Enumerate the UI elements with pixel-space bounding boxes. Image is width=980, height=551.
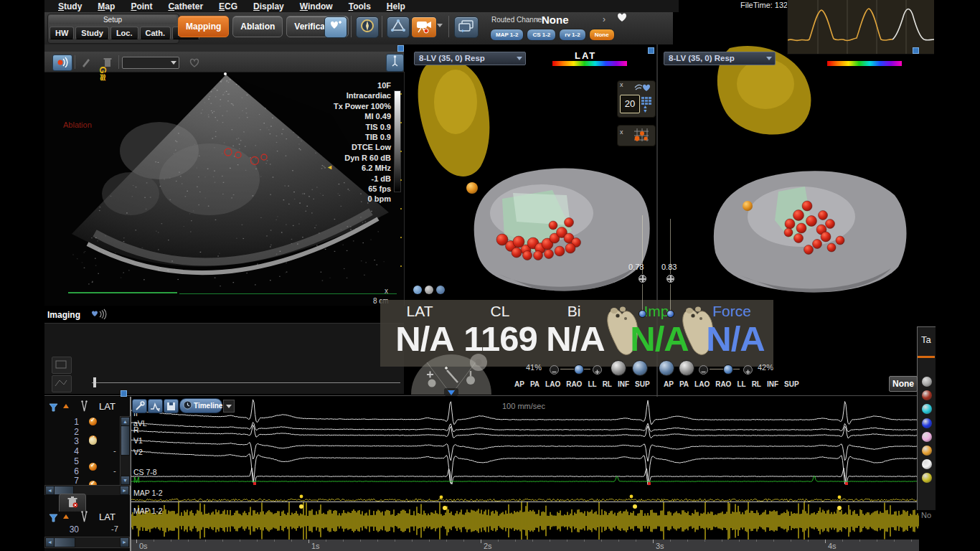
orientation-button-lao[interactable]: LAO <box>545 380 560 388</box>
measure-anchor-icon[interactable] <box>666 275 674 283</box>
tag-color-dot[interactable] <box>922 418 932 428</box>
map-transparency-button[interactable] <box>632 360 648 376</box>
heart-overlay-toggle[interactable] <box>188 57 201 71</box>
spinner-arrows[interactable]: ▲▼ <box>643 105 648 113</box>
sort-caret-icon[interactable] <box>63 404 69 408</box>
channel-button-cs1-2[interactable]: CS 1-2 <box>527 29 556 41</box>
close-icon[interactable]: x <box>385 287 388 295</box>
close-icon[interactable]: x <box>620 128 623 136</box>
close-icon[interactable]: x <box>620 81 623 88</box>
scroll-right-button[interactable]: ► <box>120 486 129 495</box>
zoom-in-button[interactable] <box>743 365 753 375</box>
add-point-button[interactable] <box>324 17 347 38</box>
catheter-display-button[interactable] <box>386 54 404 72</box>
orientation-button-rl[interactable]: RL <box>752 380 761 388</box>
setup-button-hw[interactable]: HW <box>50 27 74 39</box>
zoom-slider-handle[interactable] <box>723 364 733 375</box>
gear-icon[interactable] <box>425 286 433 294</box>
tag-color-dot[interactable] <box>922 377 932 387</box>
gear-icon[interactable] <box>436 286 445 294</box>
draw-tool-button[interactable] <box>79 56 93 71</box>
setup-button-cath[interactable]: Cath. <box>140 27 171 39</box>
scroll-right-button[interactable]: ► <box>120 537 129 547</box>
menu-item-display[interactable]: Display <box>245 1 292 11</box>
time-axis[interactable]: 0s1s2s3s4s <box>131 540 919 551</box>
filter-icon[interactable] <box>49 402 58 415</box>
gear-icon[interactable] <box>413 286 422 294</box>
delete-tool-button[interactable] <box>100 56 115 71</box>
measure-endpoint[interactable] <box>666 310 674 318</box>
cine-timeline-track[interactable] <box>92 382 400 383</box>
imaging-tool-button[interactable] <box>52 357 72 374</box>
menu-item-point[interactable]: Point <box>123 1 160 11</box>
orientation-button-rao[interactable]: RAO <box>566 380 582 388</box>
channel-number[interactable]: 5 <box>44 456 79 466</box>
record-camera-button[interactable] <box>411 17 437 38</box>
map-channel-trace[interactable] <box>131 502 919 540</box>
ultrasound-sound-button[interactable] <box>52 55 72 71</box>
cine-timeline-handle[interactable] <box>93 377 96 387</box>
fill-threshold-value[interactable]: 20 <box>620 95 640 113</box>
channel-number[interactable]: 1 <box>44 417 79 427</box>
tag-none-button[interactable]: None <box>889 376 918 392</box>
catheter-triangle-button[interactable] <box>387 17 410 38</box>
points-grid-icon[interactable] <box>633 128 650 145</box>
menu-item-study[interactable]: Study <box>50 1 90 11</box>
mode-button-mapping[interactable]: Mapping <box>178 16 229 37</box>
channel-number[interactable]: 4 <box>44 446 79 456</box>
channel-button-none[interactable]: None <box>589 29 615 41</box>
pie-tool-menu[interactable] <box>407 349 495 397</box>
tag-color-dot[interactable] <box>922 432 932 442</box>
setup-button-loc[interactable]: Loc. <box>110 27 138 39</box>
orientation-button-lao[interactable]: LAO <box>694 380 710 388</box>
channel-number[interactable]: 2 <box>44 427 79 437</box>
caliper-tool-button[interactable] <box>148 399 163 413</box>
orientation-button-ap[interactable]: AP <box>664 380 674 388</box>
ultrasound-preset-select[interactable] <box>122 57 179 69</box>
measure-endpoint[interactable] <box>639 310 646 318</box>
right-map-selector[interactable]: 8-LV (35, 0) Resp <box>664 52 776 65</box>
routed-prev-arrow[interactable]: ‹ <box>536 14 539 24</box>
camera-dropdown-arrow[interactable] <box>437 24 443 27</box>
compass-button[interactable] <box>356 17 379 38</box>
sort-caret-icon[interactable] <box>63 514 69 519</box>
map-shading-button[interactable] <box>611 360 626 376</box>
orientation-button-rl[interactable]: RL <box>603 380 612 388</box>
point-number[interactable]: 30 <box>44 524 79 534</box>
channel-number[interactable]: 3 <box>44 436 79 446</box>
measure-anchor-icon[interactable] <box>639 275 646 283</box>
menu-item-help[interactable]: Help <box>379 1 413 11</box>
ultrasound-maximize-button[interactable] <box>397 45 404 52</box>
channel-check-icon[interactable] <box>89 418 97 425</box>
zoom-out-button[interactable] <box>550 365 559 375</box>
orientation-button-ll[interactable]: LL <box>737 380 745 388</box>
tag-color-dot[interactable] <box>922 446 932 456</box>
filter-icon[interactable] <box>49 512 58 525</box>
left-map-maximize-button[interactable] <box>648 47 654 54</box>
setup-button-study[interactable]: Study <box>75 27 109 39</box>
mode-button-ablation[interactable]: Ablation <box>232 16 283 37</box>
window-layout-button[interactable] <box>454 17 479 38</box>
scroll-down-button[interactable]: ▼ <box>121 476 130 485</box>
channel-hscrollbar[interactable]: ◄ ► <box>44 485 130 496</box>
orientation-button-inf[interactable]: INF <box>767 380 778 388</box>
map-tool-icons[interactable] <box>413 286 445 294</box>
ecg-traces[interactable] <box>131 397 919 502</box>
orientation-button-ap[interactable]: AP <box>514 380 524 388</box>
left-map-selector[interactable]: 8-LV (35, 0) Resp <box>414 52 526 65</box>
orientation-button-pa[interactable]: PA <box>530 380 540 388</box>
zoom-slider-handle[interactable] <box>574 364 584 375</box>
menu-item-catheter[interactable]: Catheter <box>160 1 211 11</box>
menu-item-tools[interactable]: Tools <box>341 1 379 11</box>
orientation-button-sup[interactable]: SUP <box>635 380 650 388</box>
channel-number[interactable]: 6 <box>44 466 79 476</box>
orientation-button-pa[interactable]: PA <box>679 380 689 388</box>
delete-point-tab[interactable] <box>59 494 86 512</box>
ecg-panel-button[interactable] <box>121 390 127 397</box>
point-hscrollbar[interactable]: ◄ ► <box>44 537 130 548</box>
timeline-button[interactable]: Timeline <box>179 398 222 413</box>
menu-item-map[interactable]: Map <box>90 1 123 11</box>
timeline-dropdown-button[interactable] <box>223 400 235 413</box>
imaging-tool-button[interactable] <box>52 375 72 392</box>
menu-item-ecg[interactable]: ECG <box>211 1 245 11</box>
